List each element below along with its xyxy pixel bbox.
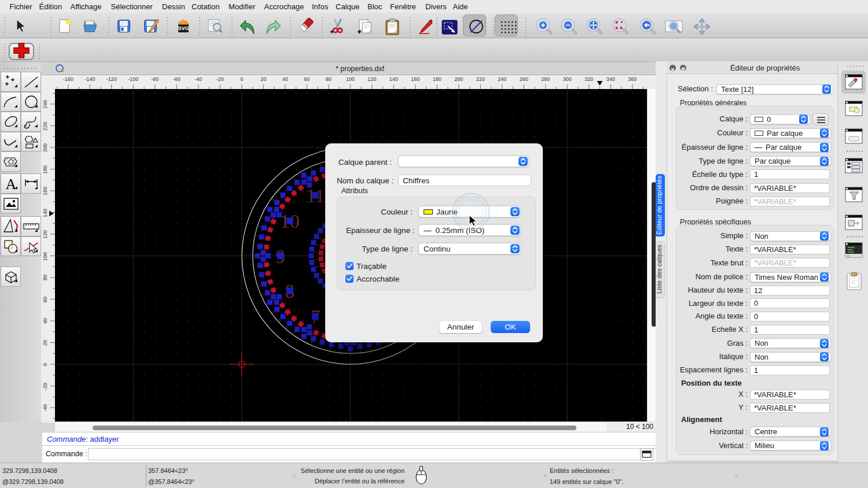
svg-text:c:: c: <box>847 254 851 258</box>
svg-text:SVG: SVG <box>178 25 189 31</box>
svg-text:A: A <box>6 176 17 193</box>
